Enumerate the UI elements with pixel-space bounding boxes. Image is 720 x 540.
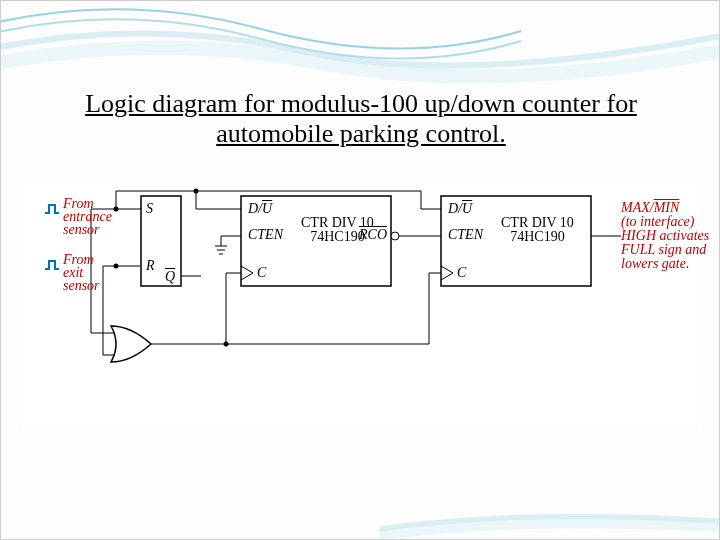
page-title: Logic diagram for modulus-100 up/down co…: [1, 89, 720, 149]
title-line1: Logic diagram for modulus-100 up/down co…: [85, 89, 637, 118]
ctr1-rco-label: RCO: [359, 227, 387, 243]
ctr2-cten-label: CTEN: [448, 227, 483, 243]
decorative-wave-bottom: [0, 499, 719, 539]
label-exit-sensor: Fromexitsensor: [63, 253, 100, 292]
svg-point-26: [114, 264, 119, 269]
decorative-wave-top: [1, 1, 720, 91]
latch-r-label: R: [146, 258, 155, 274]
title-line2: automobile parking control.: [216, 119, 506, 148]
label-entrance-sensor: Fromentrancesensor: [63, 197, 112, 236]
ctr1-clk-label: C: [257, 265, 266, 281]
ctr2-name: CTR DIV 1074HC190: [501, 216, 574, 244]
ctr1-du-label: D/U: [248, 201, 272, 217]
svg-point-34: [391, 232, 399, 240]
ctr2-clk-label: C: [457, 265, 466, 281]
latch-s-label: S: [146, 201, 153, 217]
ctr2-du-label: D/U: [448, 201, 472, 217]
latch-qbar-label: Q: [165, 269, 175, 285]
ctr1-cten-label: CTEN: [248, 227, 283, 243]
label-output: MAX/MIN (to interface)HIGH activatesFULL…: [621, 201, 709, 271]
logic-diagram: Fromentrancesensor Fromexitsensor S R Q …: [21, 181, 701, 431]
